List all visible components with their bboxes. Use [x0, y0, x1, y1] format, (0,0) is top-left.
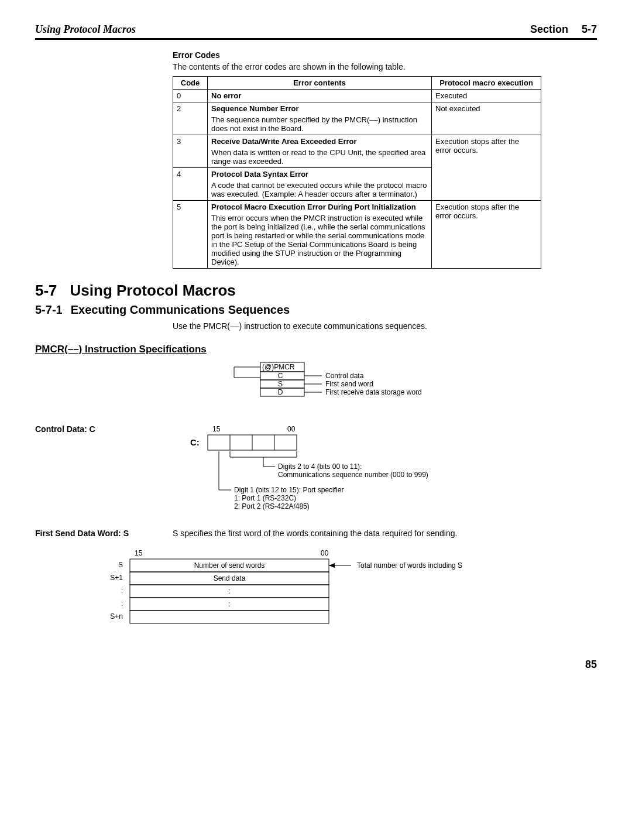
cell-contents: Protocol Data Syntax Error A code that c…	[208, 168, 432, 201]
note-digits-2-4-a: Digits 2 to 4 (bits 00 to 11):	[278, 462, 362, 471]
operand-label-d: First receive data storage word	[325, 388, 422, 396]
table-row: 2 Sequence Number Error The sequence num…	[173, 102, 541, 135]
arrow-label: Total number of words including S	[357, 561, 462, 570]
table-row: 0 No error Executed	[173, 90, 541, 102]
row-label-dots2: :	[121, 599, 123, 608]
spec-title: PMCR(––) Instruction Specifications	[35, 344, 207, 355]
heading-num: 5-7-1	[35, 303, 63, 316]
header-section: Section 5-7	[530, 23, 597, 36]
cell-code: 2	[173, 102, 208, 135]
table-row: 5 Protocol Macro Execution Error During …	[173, 201, 541, 269]
first-send-label: First Send Data Word: S	[35, 529, 129, 538]
row-label-sn: S+n	[110, 612, 123, 620]
table-row: Code Error contents Protocol macro execu…	[173, 77, 541, 90]
cell-exec: Execution stops after the error occurs.	[432, 201, 541, 269]
row-label-s1: S+1	[110, 574, 123, 582]
error-codes-intro: The contents of the error codes are show…	[173, 62, 597, 71]
cell-contents: No error	[208, 90, 432, 102]
row-label-s: S	[118, 561, 123, 569]
svg-rect-25	[130, 611, 329, 623]
operand-box-svg: (@)PMCR C S D Control data First send wo…	[211, 361, 515, 414]
bit-15: 15	[212, 425, 221, 433]
page-header: Using Protocol Macros Section 5-7	[35, 23, 597, 40]
operand-c: C	[278, 372, 283, 380]
operand-s: S	[278, 380, 283, 388]
cell-dots2: :	[228, 600, 230, 608]
header-title: Using Protocol Macros	[35, 23, 136, 36]
operand-d: D	[278, 388, 283, 396]
intro-text: Use the PMCR(––) instruction to execute …	[173, 321, 597, 331]
label-c: C:	[190, 437, 200, 447]
col-exec: Protocol macro execution	[432, 77, 541, 90]
bit-15: 15	[135, 549, 143, 557]
heading-text: Executing Communications Sequences	[71, 303, 290, 316]
first-send-text: S specifies the first word of the words …	[173, 529, 597, 538]
cell-code: 5	[173, 201, 208, 269]
cell-number-of-send-words: Number of send words	[194, 561, 265, 570]
cell-contents: Receive Data/Write Area Exceeded Error W…	[208, 135, 432, 168]
control-data-label: Control Data: C	[35, 424, 95, 434]
error-codes-table: Code Error contents Protocol macro execu…	[173, 76, 541, 269]
first-send-diagram: 15 00 S Number of send words S+1 Send da…	[94, 547, 597, 635]
cell-exec: Not executed	[432, 102, 541, 135]
section-label: Section	[530, 23, 568, 35]
bit-00: 00	[321, 549, 329, 557]
heading-5-7-1: 5-7-1Executing Communications Sequences	[35, 303, 597, 317]
cell-contents: Sequence Number Error The sequence numbe…	[208, 102, 432, 135]
heading-5-7: 5-7Using Protocol Macros	[35, 282, 597, 300]
heading-num: 5-7	[35, 282, 57, 299]
page-number: 85	[35, 659, 597, 671]
svg-marker-27	[329, 563, 335, 568]
bit-00: 00	[287, 425, 296, 433]
cell-code: 4	[173, 168, 208, 201]
cell-contents: Protocol Macro Execution Error During Po…	[208, 201, 432, 269]
operand-box-diagram: (@)PMCR C S D Control data First send wo…	[211, 361, 597, 414]
col-code: Code	[173, 77, 208, 90]
operand-label-c: Control data	[325, 372, 364, 380]
heading-text: Using Protocol Macros	[70, 282, 236, 299]
row-label-dots: :	[121, 587, 123, 595]
table-row: 3 Receive Data/Write Area Exceeded Error…	[173, 135, 541, 168]
cell-code: 3	[173, 135, 208, 168]
note-digits-2-4-b: Communications sequence number (000 to 9…	[278, 471, 428, 479]
note-digit-1-a: Digit 1 (bits 12 to 15): Port specifier	[234, 486, 344, 494]
cell-code: 0	[173, 90, 208, 102]
control-data-diagram: 15 00 C: Digits 2 to 4 (bits 00 to 11): …	[173, 424, 597, 518]
cell-exec: Execution stops after the error occurs.	[432, 135, 541, 201]
operand-label-s: First send word	[325, 380, 373, 388]
mnemonic-text: (@)PMCR	[262, 363, 295, 371]
cell-exec: Executed	[432, 90, 541, 102]
section-number: 5-7	[582, 23, 597, 35]
col-contents: Error contents	[208, 77, 432, 90]
note-digit-1-b: 1: Port 1 (RS-232C)	[234, 494, 296, 502]
cell-dots: :	[228, 587, 230, 595]
error-codes-title: Error Codes	[173, 50, 597, 60]
cell-send-data: Send data	[214, 574, 246, 582]
note-digit-1-c: 2: Port 2 (RS-422A/485)	[234, 502, 310, 510]
